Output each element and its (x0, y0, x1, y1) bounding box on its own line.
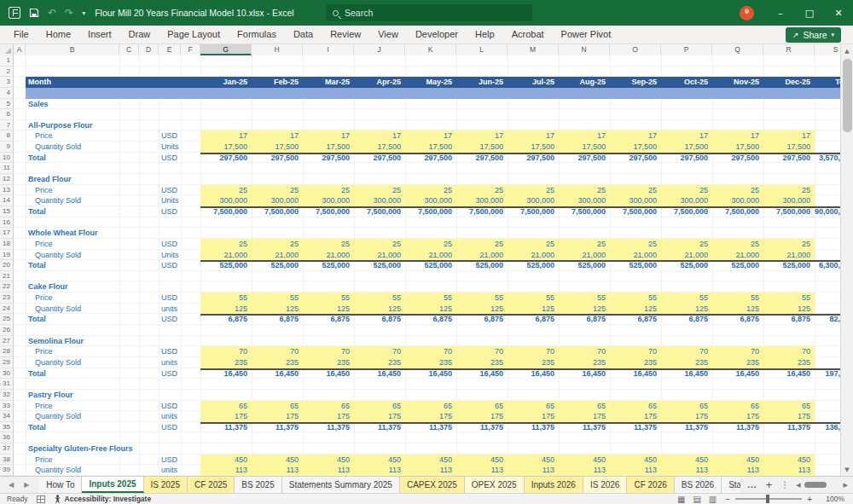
cell-quantity-value[interactable]: 175 (610, 411, 661, 422)
cell-price-value[interactable]: 65 (508, 401, 559, 412)
column-header-K[interactable]: K (405, 44, 456, 55)
row-header-13[interactable]: 13 (0, 185, 14, 196)
ribbon-tab-home[interactable]: Home (38, 26, 79, 43)
save-icon[interactable] (29, 8, 39, 18)
column-header-O[interactable]: O (610, 44, 661, 55)
cell-quantity-value[interactable]: 113 (712, 465, 763, 476)
cell-quantity-value[interactable]: 21,000 (200, 250, 252, 261)
cell-quantity-value[interactable]: 125 (354, 304, 405, 315)
cell-price-value[interactable]: 450 (405, 455, 456, 466)
column-header-E[interactable]: E (159, 44, 181, 55)
cell-price-value[interactable]: 70 (508, 346, 559, 357)
cell-quantity-value[interactable]: 235 (200, 357, 252, 368)
month-header-Jan-25[interactable]: Jan-25 (200, 77, 252, 88)
row-header-20[interactable]: 20 (0, 260, 14, 271)
ribbon-tab-developer[interactable]: Developer (407, 26, 467, 43)
cell-price-value[interactable]: 55 (200, 293, 252, 304)
row-header-14[interactable]: 14 (0, 195, 14, 206)
cell-price-value[interactable]: 70 (661, 346, 712, 357)
column-header-P[interactable]: P (661, 44, 712, 55)
cell-price-value[interactable]: 25 (610, 239, 661, 250)
sheet-nav-left-icon[interactable]: ◀ (9, 481, 14, 489)
cell-section-name[interactable]: Specialty Gluten-Free Flours (26, 443, 200, 455)
row-header-38[interactable]: 38 (0, 455, 14, 466)
cell-total-unit[interactable]: USD (159, 314, 200, 325)
month-header-label[interactable]: Month (26, 77, 200, 88)
cell-quantity-unit[interactable]: Units (159, 250, 200, 261)
sheet-nav-right-icon[interactable]: ▶ (24, 481, 29, 489)
cell-price-value[interactable]: 70 (559, 346, 610, 357)
cell-quantity-value[interactable]: 113 (456, 465, 508, 476)
cell-total-unit[interactable]: USD (159, 206, 200, 217)
cell-price-value[interactable]: 55 (763, 293, 815, 304)
cell-price-value[interactable]: 450 (610, 455, 661, 466)
cell-price-value[interactable]: 55 (456, 293, 508, 304)
more-sheets-icon[interactable]: ... (747, 480, 757, 490)
cell-quantity-value[interactable]: 175 (252, 411, 303, 422)
cell-price-value[interactable]: 55 (508, 293, 559, 304)
scroll-up-icon[interactable]: ▲ (841, 44, 853, 57)
cell-quantity-value[interactable]: 235 (712, 357, 763, 368)
cell-quantity-value[interactable]: 235 (610, 357, 661, 368)
cell-total-unit[interactable]: USD (159, 153, 200, 164)
month-header-Oct-25[interactable]: Oct-25 (661, 77, 712, 88)
cell-quantity-value[interactable]: 113 (252, 465, 303, 476)
cell-quantity-value[interactable]: 21,000 (610, 250, 661, 261)
cell-price-value[interactable]: 25 (354, 185, 405, 196)
cell-quantity-value[interactable]: 175 (559, 411, 610, 422)
cell-quantity-value[interactable]: 113 (405, 465, 456, 476)
cell-quantity-value[interactable]: 21,000 (559, 250, 610, 261)
row-header-5[interactable]: 5 (0, 99, 14, 110)
cell-price-value[interactable]: 25 (661, 239, 712, 250)
row-header-23[interactable]: 23 (0, 293, 14, 304)
cell-price-value[interactable]: 25 (200, 185, 252, 196)
cell-total-label[interactable]: Total (26, 260, 159, 271)
cell-price-unit[interactable]: USD (159, 346, 200, 357)
cell-price-value[interactable]: 55 (354, 293, 405, 304)
cell-price-value[interactable]: 17 (763, 130, 815, 142)
cell-quantity-value[interactable]: 175 (508, 411, 559, 422)
row-header-26[interactable]: 26 (0, 325, 14, 336)
cell-quantity-value[interactable]: 125 (763, 304, 815, 315)
account-avatar[interactable] (740, 6, 754, 20)
cell-price-value[interactable]: 25 (508, 185, 559, 196)
sheet-tab-cf-2025[interactable]: CF 2025 (188, 477, 235, 493)
cell-price-value[interactable]: 55 (610, 293, 661, 304)
ribbon-tab-power-pivot[interactable]: Power Pivot (553, 26, 620, 43)
cell-quantity-value[interactable]: 300,000 (405, 195, 456, 206)
ribbon-tab-acrobat[interactable]: Acrobat (503, 26, 553, 43)
cell-price-value[interactable]: 65 (763, 401, 815, 412)
row-header-24[interactable]: 24 (0, 304, 14, 315)
row-header-12[interactable]: 12 (0, 174, 14, 185)
column-header-H[interactable]: H (252, 44, 303, 55)
cell-price-label[interactable]: Price (26, 185, 159, 196)
cell-quantity-unit[interactable]: Units (159, 195, 200, 206)
sheet-tab-is-2026[interactable]: IS 2026 (583, 477, 627, 493)
cell-total-label[interactable]: Total (26, 368, 159, 379)
ribbon-tab-view[interactable]: View (369, 26, 407, 43)
cell-price-value[interactable]: 450 (661, 455, 712, 466)
cell-price-value[interactable]: 65 (456, 401, 508, 412)
row-header-29[interactable]: 29 (0, 357, 14, 368)
cell-quantity-value[interactable]: 21,000 (252, 250, 303, 261)
cell-total-label[interactable]: Total (26, 206, 159, 217)
cell-quantity-value[interactable]: 300,000 (559, 195, 610, 206)
cell-quantity-value[interactable]: 21,000 (763, 250, 815, 261)
zoom-in-icon[interactable]: + (807, 495, 812, 504)
cell-price-value[interactable]: 70 (354, 346, 405, 357)
cell-price-unit[interactable]: USD (159, 293, 200, 304)
cell-quantity-unit[interactable]: Units (159, 142, 200, 153)
cell-price-value[interactable]: 55 (252, 293, 303, 304)
zoom-level[interactable]: 100% (821, 495, 844, 503)
cell-price-unit[interactable]: USD (159, 401, 200, 412)
cell-quantity-value[interactable]: 175 (661, 411, 712, 422)
cell-quantity-value[interactable]: 235 (661, 357, 712, 368)
cell-quantity-unit[interactable]: units (159, 411, 200, 422)
cell-quantity-value[interactable]: 235 (252, 357, 303, 368)
cell-quantity-value[interactable]: 300,000 (610, 195, 661, 206)
total-column-header[interactable]: Total (815, 77, 840, 88)
cell-price-value[interactable]: 65 (610, 401, 661, 412)
cell-quantity-value[interactable]: 235 (405, 357, 456, 368)
row-header-16[interactable]: 16 (0, 217, 14, 229)
month-header-Nov-25[interactable]: Nov-25 (712, 77, 763, 88)
